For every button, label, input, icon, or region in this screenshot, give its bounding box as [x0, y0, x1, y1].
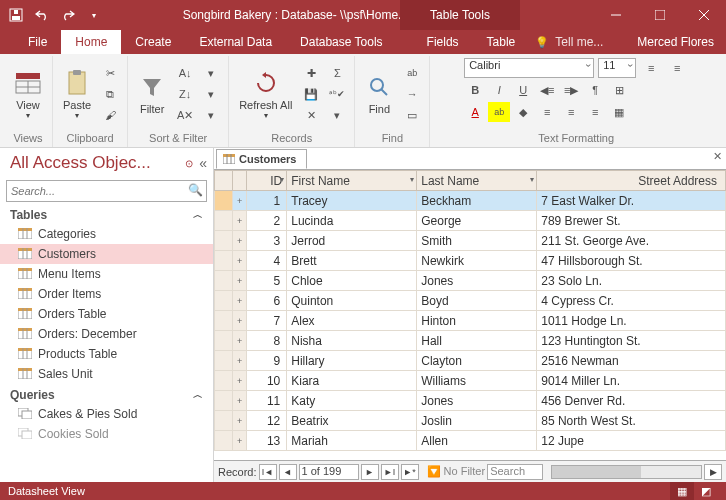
minimize-button[interactable]	[594, 0, 638, 30]
font-color-button[interactable]: A	[464, 102, 486, 122]
cell-id[interactable]: 1	[247, 191, 287, 211]
toggle-filter-button[interactable]: ▾	[200, 105, 222, 125]
cell-last-name[interactable]: Hall	[417, 331, 537, 351]
table-row[interactable]: +11KatyJones456 Denver Rd.	[215, 391, 726, 411]
cell-first-name[interactable]: Beatrix	[287, 411, 417, 431]
nav-item-order-items[interactable]: Order Items	[0, 284, 213, 304]
cell-last-name[interactable]: Jones	[417, 271, 537, 291]
expand-row-button[interactable]: +	[233, 431, 247, 451]
nav-item-products-table[interactable]: Products Table	[0, 344, 213, 364]
cut-button[interactable]: ✂	[99, 63, 121, 83]
cell-first-name[interactable]: Tracey	[287, 191, 417, 211]
record-search-box[interactable]: Search	[487, 464, 543, 480]
advanced-filter-button[interactable]: ▾	[200, 84, 222, 104]
cell-street-address[interactable]: 7 East Walker Dr.	[537, 191, 726, 211]
cell-first-name[interactable]: Katy	[287, 391, 417, 411]
expand-row-button[interactable]: +	[233, 231, 247, 251]
cell-last-name[interactable]: Boyd	[417, 291, 537, 311]
align-left-button[interactable]: ≡	[536, 102, 558, 122]
nav-section-tables[interactable]: Tables︿	[0, 204, 213, 224]
cell-first-name[interactable]: Kiara	[287, 371, 417, 391]
nav-item-sales-unit[interactable]: Sales Unit	[0, 364, 213, 384]
table-row[interactable]: +12BeatrixJoslin85 North West St.	[215, 411, 726, 431]
nav-section-queries[interactable]: Queries︿	[0, 384, 213, 404]
selection-filter-button[interactable]: ▾	[200, 63, 222, 83]
more-records-button[interactable]: ▾	[326, 105, 348, 125]
cell-first-name[interactable]: Hillary	[287, 351, 417, 371]
row-header[interactable]	[215, 411, 233, 431]
cell-street-address[interactable]: 85 North West St.	[537, 411, 726, 431]
row-header[interactable]	[215, 191, 233, 211]
nav-item-categories[interactable]: Categories	[0, 224, 213, 244]
row-header[interactable]	[215, 231, 233, 251]
row-header[interactable]	[215, 371, 233, 391]
decrease-indent-button[interactable]: ◀≡	[536, 80, 558, 100]
view-button[interactable]: View▾	[10, 67, 46, 122]
remove-sort-button[interactable]: A✕	[174, 105, 196, 125]
cell-id[interactable]: 9	[247, 351, 287, 371]
column-header-last-name[interactable]: Last Name▾	[417, 171, 537, 191]
highlight-button[interactable]: ab	[488, 102, 510, 122]
cell-street-address[interactable]: 2516 Newman	[537, 351, 726, 371]
cell-id[interactable]: 13	[247, 431, 287, 451]
cell-id[interactable]: 6	[247, 291, 287, 311]
cell-street-address[interactable]: 23 Solo Ln.	[537, 271, 726, 291]
row-header[interactable]	[215, 211, 233, 231]
tab-external-data[interactable]: External Data	[185, 30, 286, 54]
cell-last-name[interactable]: Williams	[417, 371, 537, 391]
spelling-button[interactable]: ᵃᵇ✔	[326, 84, 348, 104]
prev-record-button[interactable]: ◄	[279, 464, 297, 480]
column-header-first-name[interactable]: First Name▾	[287, 171, 417, 191]
goto-button[interactable]: →	[401, 84, 423, 104]
design-view-button[interactable]: ◩	[694, 482, 718, 500]
cell-first-name[interactable]: Brett	[287, 251, 417, 271]
bullets-button[interactable]: ≡	[640, 58, 662, 78]
alternate-row-color-button[interactable]: ▦	[608, 102, 630, 122]
redo-icon[interactable]	[58, 5, 78, 25]
object-tab-customers[interactable]: Customers	[216, 149, 307, 169]
expand-row-button[interactable]: +	[233, 211, 247, 231]
cell-first-name[interactable]: Jerrod	[287, 231, 417, 251]
maximize-button[interactable]	[638, 0, 682, 30]
find-button[interactable]: Find	[361, 71, 397, 117]
replace-button[interactable]: ab	[401, 63, 423, 83]
datasheet-grid[interactable]: ID▾ First Name▾ Last Name▾ Street Addres…	[214, 170, 726, 460]
cell-first-name[interactable]: Mariah	[287, 431, 417, 451]
align-center-button[interactable]: ≡	[560, 102, 582, 122]
cell-last-name[interactable]: Hinton	[417, 311, 537, 331]
expand-row-button[interactable]: +	[233, 191, 247, 211]
cell-street-address[interactable]: 211 St. George Ave.	[537, 231, 726, 251]
italic-button[interactable]: I	[488, 80, 510, 100]
record-position-box[interactable]: 1 of 199	[299, 464, 359, 480]
cell-id[interactable]: 11	[247, 391, 287, 411]
nav-collapse-icon[interactable]: «	[199, 155, 207, 171]
cell-id[interactable]: 7	[247, 311, 287, 331]
undo-icon[interactable]	[32, 5, 52, 25]
cell-last-name[interactable]: Jones	[417, 391, 537, 411]
cell-id[interactable]: 3	[247, 231, 287, 251]
text-direction-button[interactable]: ¶	[584, 80, 606, 100]
expand-row-button[interactable]: +	[233, 291, 247, 311]
close-object-button[interactable]: ✕	[713, 150, 722, 163]
refresh-all-button[interactable]: Refresh All▾	[235, 67, 296, 122]
row-header[interactable]	[215, 351, 233, 371]
cell-street-address[interactable]: 1011 Hodge Ln.	[537, 311, 726, 331]
filter-status[interactable]: 🔽 No Filter	[427, 465, 486, 478]
cell-street-address[interactable]: 4 Cypress Cr.	[537, 291, 726, 311]
expand-row-button[interactable]: +	[233, 391, 247, 411]
fill-color-button[interactable]: ◆	[512, 102, 534, 122]
cell-id[interactable]: 8	[247, 331, 287, 351]
horizontal-scrollbar[interactable]	[551, 465, 702, 479]
nav-item-orders-table[interactable]: Orders Table	[0, 304, 213, 324]
row-header[interactable]	[215, 251, 233, 271]
column-header-id[interactable]: ID▾	[247, 171, 287, 191]
cell-id[interactable]: 4	[247, 251, 287, 271]
table-row[interactable]: +4BrettNewkirk47 Hillsborough St.	[215, 251, 726, 271]
close-button[interactable]	[682, 0, 726, 30]
cell-first-name[interactable]: Alex	[287, 311, 417, 331]
table-row[interactable]: +8NishaHall123 Huntington St.	[215, 331, 726, 351]
nav-pane-header[interactable]: All Access Objec... ⊙ «	[0, 148, 213, 178]
expand-row-button[interactable]: +	[233, 371, 247, 391]
last-record-button[interactable]: ►I	[381, 464, 399, 480]
new-record-button[interactable]: ✚	[300, 63, 322, 83]
